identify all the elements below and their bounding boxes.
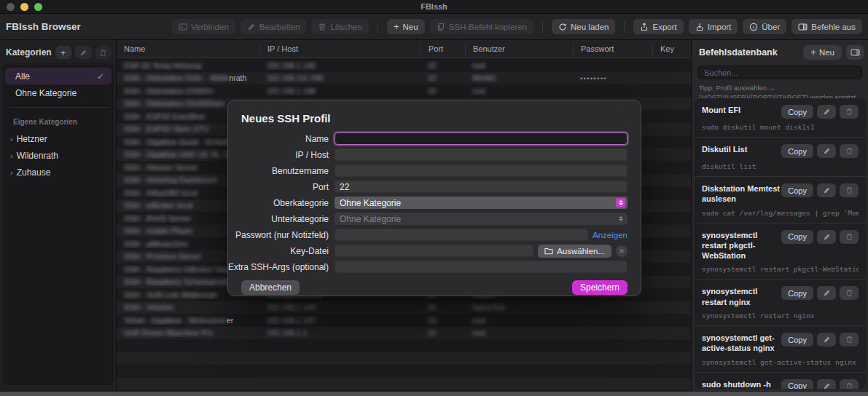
choose-keyfile-button[interactable]: Auswählen... — [538, 245, 611, 258]
show-password-link[interactable]: Anzeigen — [593, 231, 627, 239]
add-category-button[interactable]: + — [55, 46, 71, 59]
redacted-name: SSH - ESP32 Open DTU — [124, 124, 209, 133]
delete-button[interactable]: Löschen — [311, 19, 368, 34]
edit-command-button[interactable] — [817, 333, 836, 346]
delete-command-button[interactable] — [840, 333, 859, 346]
delete-command-button[interactable] — [840, 379, 859, 389]
table-row[interactable]: SSH - Volumio192.168.1.14422SwUsTod — [117, 301, 691, 314]
table-header: Name IP / Host Port Benutzer Passwort Ke… — [117, 40, 691, 58]
edit-button[interactable]: Bearbeiten — [241, 19, 307, 34]
copy-button[interactable]: Copy — [781, 183, 813, 197]
edit-command-button[interactable] — [817, 286, 836, 300]
redacted-user: SwUsTod — [472, 303, 504, 312]
edit-category-button[interactable] — [75, 46, 91, 59]
password-dots: •••••••• — [580, 75, 607, 82]
command-text: synosystemctl get-active-status nginx — [702, 358, 859, 366]
divider — [9, 107, 108, 108]
export-button[interactable]: Export — [633, 19, 683, 34]
table-row[interactable] — [117, 352, 691, 365]
delete-command-button[interactable] — [840, 183, 859, 197]
column-header-name[interactable]: Name — [117, 44, 259, 55]
column-header-password[interactable]: Passwort — [573, 44, 652, 55]
name-input[interactable] — [335, 132, 627, 145]
delete-command-button[interactable] — [840, 144, 859, 158]
command-row: synosystemctl restart nginxCopy — [702, 286, 859, 307]
port-input[interactable]: 22 — [335, 181, 627, 193]
save-button[interactable]: Speichern — [572, 280, 627, 295]
category-item-wildenrath[interactable]: ›Wildenrath — [5, 147, 112, 164]
redacted-name: SSH - Raspberry Schwiegerelt — [124, 277, 227, 286]
close-window-icon[interactable] — [7, 3, 15, 11]
trash-icon — [845, 382, 853, 389]
delete-command-button[interactable] — [840, 105, 859, 119]
edit-command-button[interactable] — [817, 183, 836, 197]
table-row[interactable] — [117, 339, 691, 352]
extra-args-input[interactable] — [335, 261, 627, 273]
category-item-hetzner[interactable]: ›Hetzner — [5, 130, 112, 147]
table-row[interactable] — [117, 378, 691, 391]
cell: 22 — [421, 87, 465, 95]
table-row[interactable]: SSH - Diskstation DS920+192.168.1.19822r… — [117, 84, 691, 98]
redacted-user: root — [472, 87, 485, 95]
category-item-zuhause[interactable]: ›Zuhause — [5, 164, 112, 181]
cell: 192.168.111.198 — [259, 74, 421, 82]
edit-command-button[interactable] — [817, 105, 836, 119]
zoom-window-icon[interactable] — [34, 3, 42, 11]
delete-category-button[interactable] — [95, 46, 112, 59]
category-label: Hetzner — [17, 134, 47, 144]
commands-search-input[interactable]: Suchen... — [697, 66, 862, 79]
column-header-key[interactable]: Key — [652, 44, 691, 55]
cancel-button[interactable]: Abbrechen — [241, 280, 300, 295]
table-row[interactable]: Unifi Dream Maschine Pro192.168.1.122roo… — [117, 327, 691, 340]
keyfile-input[interactable] — [335, 245, 533, 257]
table-row[interactable]: SSH - Diskstation 918+ - Wildenrath192.1… — [117, 72, 691, 85]
stepper-icon — [616, 214, 625, 223]
cell: root — [465, 87, 573, 95]
minimize-window-icon[interactable] — [20, 3, 28, 11]
reload-button[interactable]: Neu laden — [552, 19, 615, 34]
delete-command-button[interactable] — [840, 230, 859, 244]
redacted-name: SSH - Gigablue Quad - Schlafz — [124, 138, 230, 146]
table-row[interactable] — [117, 365, 691, 378]
clear-keyfile-button[interactable]: ✕ — [616, 245, 627, 257]
pencil-icon — [823, 233, 831, 241]
table-row[interactable]: Telnet - Gigablue - Wohnzimmer192.168.1.… — [117, 314, 691, 327]
category-item-ohne-kategorie[interactable]: Ohne Kategorie — [5, 84, 112, 101]
visible-name-fragment: nrath — [229, 74, 246, 82]
categories-list: Alle✓Ohne KategorieEigene Kategorien›Het… — [3, 63, 114, 385]
close-icon: ✕ — [619, 248, 625, 255]
edit-command-button[interactable] — [817, 379, 836, 389]
table-row[interactable]: ESP-32 Temp Heizung192.168.1.14522root — [117, 59, 691, 72]
password-input[interactable] — [335, 229, 588, 241]
column-header-port[interactable]: Port — [421, 44, 465, 55]
copy-ssh-command-button[interactable]: SSH-Befehl kopieren — [430, 19, 533, 34]
password-label: Passwort (nur Notizfeld) — [241, 230, 329, 240]
toggle-commands-panel-button[interactable]: Befehle aus — [791, 19, 862, 34]
column-header-host[interactable]: IP / Host — [259, 44, 421, 55]
edit-command-button[interactable] — [817, 230, 836, 244]
copy-button[interactable]: Copy — [781, 333, 813, 346]
new-command-button[interactable]: + Neu — [803, 45, 842, 60]
maincategory-select[interactable]: Ohne Kategorie — [335, 197, 627, 209]
category-item-alle[interactable]: Alle✓ — [5, 68, 112, 84]
command-row: Diskutil ListCopy — [702, 144, 859, 158]
copy-button[interactable]: Copy — [781, 144, 813, 158]
username-label: Benutzername — [241, 166, 329, 176]
copy-button[interactable]: Copy — [781, 105, 813, 119]
redacted-port: 22 — [428, 61, 437, 70]
copy-button[interactable]: Copy — [781, 379, 813, 389]
connect-button[interactable]: Verbinden — [172, 19, 235, 34]
redacted-user: root — [472, 61, 485, 70]
username-input[interactable] — [335, 165, 627, 177]
host-input[interactable] — [335, 148, 627, 161]
collapse-commands-button[interactable] — [846, 45, 864, 60]
import-button[interactable]: Import — [689, 19, 738, 34]
copy-button[interactable]: Copy — [781, 286, 813, 300]
new-profile-button[interactable]: + Neu — [387, 19, 425, 34]
edit-command-button[interactable] — [817, 144, 836, 158]
copy-button[interactable]: Copy — [781, 230, 813, 244]
column-header-user[interactable]: Benutzer — [465, 44, 573, 55]
subcategory-select[interactable]: Ohne Kategorie — [335, 213, 627, 225]
delete-command-button[interactable] — [840, 286, 859, 300]
about-button[interactable]: Über — [743, 19, 786, 34]
